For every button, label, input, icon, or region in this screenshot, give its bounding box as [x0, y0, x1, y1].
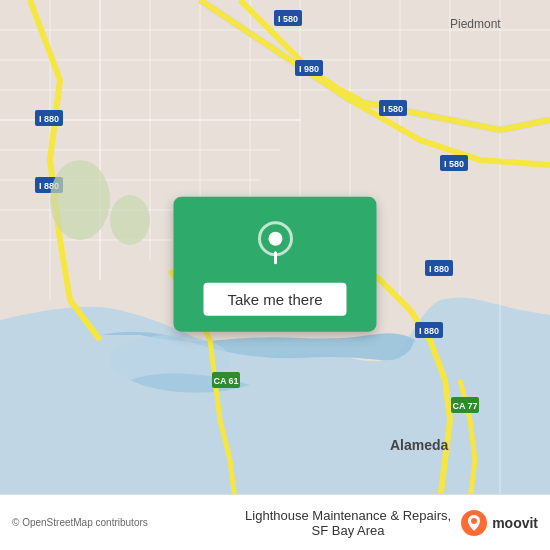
svg-text:Alameda: Alameda	[390, 437, 449, 453]
svg-text:I 580: I 580	[444, 159, 464, 169]
svg-point-47	[110, 195, 150, 245]
moovit-icon-svg	[460, 509, 488, 537]
place-name: Lighthouse Maintenance & Repairs, SF Bay…	[236, 508, 460, 538]
svg-text:I 580: I 580	[383, 104, 403, 114]
moovit-text: moovit	[492, 515, 538, 531]
svg-text:I 580: I 580	[278, 14, 298, 24]
action-card: Take me there	[173, 197, 376, 332]
location-pin-icon	[249, 217, 301, 269]
svg-point-46	[50, 160, 110, 240]
svg-text:I 980: I 980	[299, 64, 319, 74]
svg-text:Piedmont: Piedmont	[450, 17, 501, 31]
svg-text:I 880: I 880	[419, 326, 439, 336]
svg-point-49	[268, 232, 282, 246]
copyright-text: © OpenStreetMap contributors	[12, 517, 148, 528]
moovit-logo: moovit	[460, 509, 538, 537]
bottom-bar-left: © OpenStreetMap contributors	[12, 517, 236, 528]
svg-text:I 880: I 880	[39, 114, 59, 124]
svg-text:I 880: I 880	[429, 264, 449, 274]
bottom-bar: © OpenStreetMap contributors Lighthouse …	[0, 494, 550, 550]
svg-text:CA 77: CA 77	[452, 401, 477, 411]
take-me-there-button[interactable]: Take me there	[203, 283, 346, 316]
map-container: I 580 I 580 I 580 I 880 I 880 I 980 I 88…	[0, 0, 550, 550]
svg-point-51	[471, 518, 477, 524]
svg-text:CA 61: CA 61	[213, 376, 238, 386]
